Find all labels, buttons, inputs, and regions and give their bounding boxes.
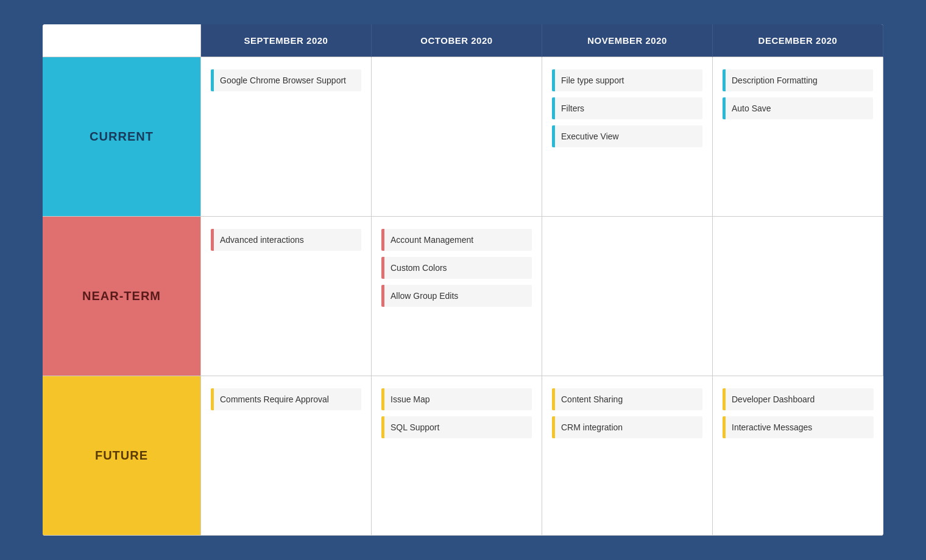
feature-item: Account Management: [381, 229, 532, 251]
cell-future-sep: Comments Require Approval: [201, 376, 372, 536]
cell-near-term-sep: Advanced interactions: [201, 217, 372, 376]
cell-future-nov: Content Sharing CRM integration: [542, 376, 713, 536]
row-label-near-term: NEAR-TERM: [43, 217, 201, 376]
feature-item: SQL Support: [381, 416, 532, 438]
feature-item: Content Sharing: [552, 388, 702, 410]
cell-current-nov: File type support Filters Executive View: [542, 57, 713, 217]
roadmap-card: SEPTEMBER 2020 OCTOBER 2020 NOVEMBER 202…: [43, 24, 883, 536]
feature-item: Issue Map: [381, 388, 532, 410]
row-label-current: CURRENT: [43, 57, 201, 217]
feature-item: Google Chrome Browser Support: [211, 69, 361, 91]
feature-item: File type support: [552, 69, 702, 91]
feature-item: Advanced interactions: [211, 229, 361, 251]
col-header-dec: DECEMBER 2020: [713, 24, 883, 57]
cell-current-dec: Description Formatting Auto Save: [713, 57, 883, 217]
feature-item: Filters: [552, 97, 702, 119]
cell-current-oct: [372, 57, 542, 217]
cell-future-oct: Issue Map SQL Support: [372, 376, 542, 536]
feature-item: Interactive Messages: [723, 416, 874, 438]
col-header-oct: OCTOBER 2020: [372, 24, 542, 57]
cell-near-term-dec: [713, 217, 883, 376]
feature-item: Custom Colors: [381, 257, 532, 279]
feature-item: Executive View: [552, 125, 702, 147]
feature-item: Developer Dashboard: [723, 388, 874, 410]
row-label-future: FUTURE: [43, 376, 201, 536]
col-header-sep: SEPTEMBER 2020: [201, 24, 372, 57]
feature-item: CRM integration: [552, 416, 702, 438]
cell-near-term-oct: Account Management Custom Colors Allow G…: [372, 217, 542, 376]
col-header-nov: NOVEMBER 2020: [542, 24, 713, 57]
outer-container: SEPTEMBER 2020 OCTOBER 2020 NOVEMBER 202…: [0, 0, 926, 560]
header-empty-cell: [43, 24, 201, 57]
grid: SEPTEMBER 2020 OCTOBER 2020 NOVEMBER 202…: [43, 24, 883, 536]
cell-current-sep: Google Chrome Browser Support: [201, 57, 372, 217]
feature-item: Comments Require Approval: [211, 388, 361, 410]
feature-item: Auto Save: [723, 97, 873, 119]
feature-item: Allow Group Edits: [381, 285, 532, 307]
cell-future-dec: Developer Dashboard Interactive Messages: [713, 376, 883, 536]
cell-near-term-nov: [542, 217, 713, 376]
feature-item: Description Formatting: [723, 69, 873, 91]
